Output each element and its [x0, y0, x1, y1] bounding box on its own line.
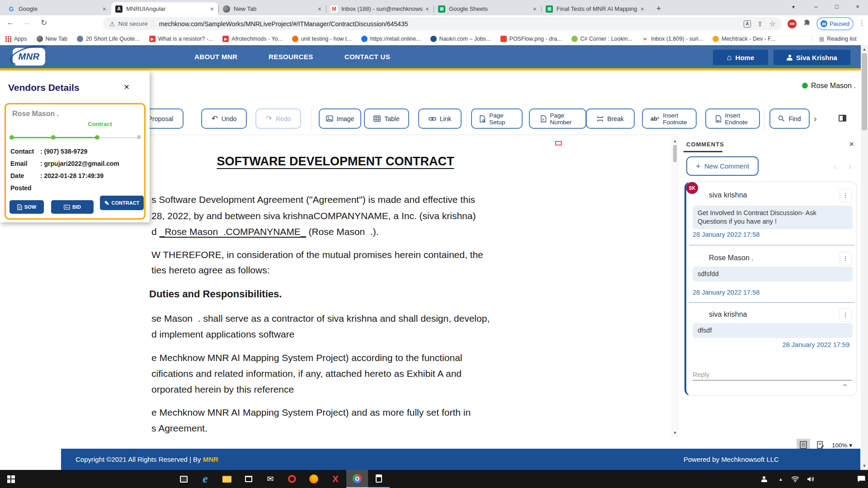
adblock-extension-icon[interactable]: AB	[788, 19, 797, 28]
find-button[interactable]: Find	[769, 108, 810, 129]
scroll-up-icon[interactable]: ▲	[672, 139, 678, 143]
home-button[interactable]: ⌂ Home	[713, 50, 768, 65]
bid-button[interactable]: BID	[51, 200, 94, 214]
bookmark-unit-testing[interactable]: unit testing - how t...	[292, 36, 352, 42]
forward-icon[interactable]: →	[21, 18, 33, 27]
footer-brand[interactable]: MNR	[203, 455, 218, 463]
progress-dot[interactable]	[9, 135, 14, 140]
bookmark-quotes[interactable]: 20 Short Life Quote...	[77, 36, 140, 42]
insert-endnote-button[interactable]: Insert Endnote	[705, 108, 760, 129]
store-taskbar-icon[interactable]	[238, 470, 259, 488]
reply-input[interactable]	[693, 369, 852, 380]
tab-new-tab[interactable]: New Tab ×	[219, 2, 326, 15]
bookmark-posflow[interactable]: POSFlow.png - dra...	[500, 36, 562, 42]
bookmark-inbox[interactable]: MInbox (1,609) - suri...	[642, 36, 703, 42]
page-setup-button[interactable]: Page Setup	[471, 108, 523, 129]
bookmark-star-icon[interactable]: ☆	[769, 19, 776, 28]
tab-close-icon[interactable]: ×	[533, 5, 537, 13]
edge-taskbar-icon[interactable]: e	[194, 470, 216, 488]
image-button[interactable]: Image	[319, 108, 361, 129]
zoom-level[interactable]: 100% ▾	[832, 441, 852, 449]
bookmark-csharp-corner[interactable]: C# Corner : Lookin...	[571, 36, 632, 42]
comment-marker-icon[interactable]	[555, 141, 562, 145]
panel-toggle-icon[interactable]	[839, 115, 846, 122]
comment-menu-kebab-icon[interactable]: ⋮	[839, 308, 852, 322]
bookmark-youtube-resistor[interactable]: ▶What is a resistor? -...	[149, 36, 213, 42]
undo-button[interactable]: ↶ Undo	[201, 108, 247, 129]
file-explorer-taskbar-icon[interactable]	[216, 470, 238, 488]
nav-contact-us[interactable]: CONTACT US	[344, 53, 390, 61]
scrollbar-thumb[interactable]	[862, 53, 867, 130]
progress-dot[interactable]	[95, 135, 99, 140]
start-button[interactable]	[0, 470, 22, 488]
comments-close-icon[interactable]: ×	[849, 139, 854, 149]
user-button[interactable]: Siva Krishna	[774, 50, 850, 65]
window-menu-caret-icon[interactable]: ▾	[783, 0, 804, 14]
browser-menu-kebab-icon[interactable]: ⋮	[859, 19, 865, 27]
link-button[interactable]: Link	[418, 108, 462, 129]
document-scrollbar[interactable]: ▲ ▼	[672, 136, 678, 437]
bookmark-new-tab[interactable]: New Tab	[37, 36, 67, 42]
sow-button[interactable]: SOW	[9, 200, 44, 214]
scrollbar-thumb[interactable]	[673, 145, 677, 162]
window-close-button[interactable]: ×	[847, 0, 868, 14]
notification-center-icon[interactable]	[854, 470, 868, 488]
tray-overflow-chevron-icon[interactable]: ▴	[774, 470, 788, 488]
tab-close-icon[interactable]: ×	[318, 5, 321, 13]
back-icon[interactable]: ←	[5, 18, 16, 27]
mnr-logo[interactable]: MNR	[13, 48, 45, 66]
nav-resources[interactable]: RESOURCES	[269, 53, 313, 61]
comment-menu-kebab-icon[interactable]: ⋮	[839, 189, 852, 202]
comment-menu-kebab-icon[interactable]: ⋮	[839, 252, 852, 265]
bookmark-apps[interactable]: Apps	[5, 36, 27, 42]
scroll-down-icon[interactable]: ▼	[672, 431, 678, 435]
task-view-button[interactable]	[173, 470, 194, 488]
wifi-tray-icon[interactable]	[788, 470, 803, 488]
tab-google[interactable]: G Google ×	[4, 2, 110, 15]
translate-icon[interactable]: A	[744, 20, 751, 28]
bookmark-mechtrack[interactable]: Mechtrack - Dev - F...	[712, 36, 775, 42]
chrome-taskbar-icon[interactable]	[346, 470, 368, 488]
x-app-taskbar-icon[interactable]: X	[325, 470, 346, 488]
extension-paused-button[interactable]: ▮▮ Paused	[816, 17, 854, 30]
bookmark-youtube-afrotechmods[interactable]: ▶Afrotechmods - Yo...	[222, 36, 283, 42]
extensions-puzzle-icon[interactable]	[803, 19, 811, 28]
prev-comments-chevron-icon[interactable]: ‹	[833, 161, 836, 173]
tab-close-icon[interactable]: ×	[210, 5, 214, 13]
mail-taskbar-icon[interactable]: ✉	[259, 470, 281, 488]
window-minimize-button[interactable]: –	[806, 0, 826, 14]
next-comments-chevron-icon[interactable]: ›	[848, 161, 851, 173]
tab-mnruiangular[interactable]: A MNRUIAngular ×	[111, 2, 218, 15]
tab-gmail-inbox[interactable]: M Inbox (188) - suri@mechknowsof ×	[326, 2, 433, 15]
collapse-chevron-icon[interactable]: ›	[839, 384, 849, 387]
people-tray-icon[interactable]	[756, 470, 772, 488]
bookmark-naukri[interactable]: Naukri.com – Jobs...	[430, 36, 491, 42]
new-comment-button[interactable]: + New Comment	[686, 156, 759, 176]
tab-close-icon[interactable]: ×	[641, 5, 644, 13]
progress-dot-pending[interactable]	[137, 135, 141, 139]
nav-about-mnr[interactable]: ABOUT MNR	[194, 53, 237, 61]
progress-dot[interactable]	[51, 135, 56, 140]
insert-footnote-button[interactable]: ab¹ Insert Footnote	[642, 108, 697, 129]
page-scrollbar[interactable]: ▲ ▼	[861, 45, 868, 470]
share-icon[interactable]: ⇪	[757, 20, 763, 28]
table-button[interactable]: Table	[364, 108, 409, 129]
tab-final-tests[interactable]: ⊞ Final Tests of MNR AI Mapping Sy ×	[542, 2, 648, 15]
calculator-taskbar-icon[interactable]	[368, 470, 390, 488]
break-button[interactable]: Break	[586, 108, 635, 129]
page-number-button[interactable]: # Page Number	[529, 108, 586, 129]
reload-icon[interactable]: ↻	[38, 18, 50, 28]
scroll-up-icon[interactable]: ▲	[861, 47, 868, 52]
opera-taskbar-icon[interactable]	[281, 470, 303, 488]
firefox-taskbar-icon[interactable]	[303, 470, 325, 488]
redo-button[interactable]: ↷ Redo	[255, 108, 301, 129]
volume-tray-icon[interactable]	[803, 470, 818, 488]
new-tab-button[interactable]: +	[653, 3, 665, 15]
tab-google-sheets[interactable]: ⊞ Google Sheets ×	[434, 2, 541, 15]
tab-close-icon[interactable]: ×	[103, 5, 106, 13]
tab-close-icon[interactable]: ×	[425, 5, 429, 13]
toolbar-overflow-chevron-icon[interactable]: ›	[814, 113, 817, 124]
contract-button[interactable]: ✎ CONTRACT	[100, 196, 144, 210]
reading-list-button[interactable]: ▤Reading list	[819, 36, 857, 42]
omnibox[interactable]: ⚠ Not secure mechknow.com/SampleWorks/MN…	[103, 17, 782, 30]
